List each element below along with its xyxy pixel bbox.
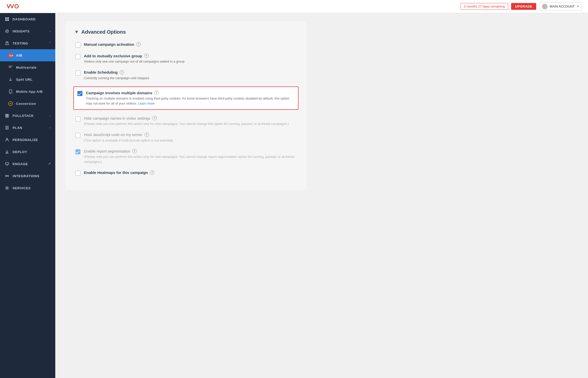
option-desc-report-segmentation: (Please note you can perform this action… (84, 154, 297, 164)
ab-icon: A/B (8, 53, 13, 58)
sidebar-item-multivariate[interactable]: Multivariate (0, 61, 55, 73)
sidebar-item-deploy[interactable]: DEPLOY (0, 146, 55, 158)
svg-rect-10 (11, 66, 12, 67)
sidebar-item-label: TESTING (13, 41, 28, 45)
checkbox-multiple-domains[interactable] (77, 91, 82, 96)
option-label-report-segmentation: Enable report segmentation (84, 149, 130, 153)
account-button[interactable]: MAIN ACCOUNT ▼ (539, 2, 582, 11)
sidebar-item-label: ENGAGE (13, 162, 28, 166)
sidebar-item-label: Multivariate (16, 66, 37, 69)
sidebar-item-label: SERVICES (13, 186, 31, 190)
upgrade-button[interactable]: UPGRADE (511, 3, 536, 10)
topbar: 3 months 27 days remaining UPGRADE MAIN … (0, 0, 588, 13)
chevron-right-icon: › (50, 114, 51, 117)
option-label-host-js: Host JavaScript code on my server (84, 132, 142, 137)
sidebar-item-services[interactable]: SERVICES (0, 182, 55, 194)
checkbox-scheduling[interactable] (75, 71, 80, 76)
advanced-options-card: ▼ Advanced Options Manual campaign activ… (65, 21, 307, 190)
option-label-manual-activation: Manual campaign activation (84, 42, 134, 46)
svg-rect-18 (5, 117, 9, 117)
sidebar-item-label: PERSONALIZE (13, 138, 38, 142)
help-icon-mutually-exclusive[interactable]: ? (144, 54, 149, 58)
sidebar-item-insights[interactable]: INSIGHTS › (0, 25, 55, 37)
svg-point-0 (15, 5, 18, 8)
card-title: Advanced Options (81, 29, 126, 35)
svg-rect-1 (5, 17, 7, 19)
insights-icon (5, 29, 10, 34)
checkbox-report-segmentation[interactable] (75, 149, 80, 154)
fullstack-icon (5, 113, 10, 118)
layout: DASHBOARD INSIGHTS › TESTING ˅ (0, 13, 588, 378)
svg-rect-17 (5, 115, 9, 116)
testing-icon (5, 41, 10, 46)
sidebar-item-label: DASHBOARD (13, 17, 36, 21)
sidebar-item-fullstack[interactable]: FULLSTACK › (0, 110, 55, 122)
option-row-scheduling: Enable Scheduling ? Currently running th… (74, 70, 298, 81)
sidebar-item-label: FULLSTACK (13, 114, 34, 118)
option-label-heatmaps: Enable Heatmaps for this campaign (84, 170, 148, 175)
option-row-report-segmentation: Enable report segmentation ? (Please not… (74, 149, 298, 164)
sidebar-item-label: Split URL (16, 78, 33, 81)
option-label-scheduling: Enable Scheduling (84, 70, 118, 74)
sidebar-item-label: A/B (16, 54, 22, 57)
trial-badge: 3 months 27 days remaining (461, 3, 508, 10)
sidebar-item-plan[interactable]: PLAN › (0, 122, 55, 134)
checkbox-mutually-exclusive[interactable] (75, 54, 80, 59)
option-desc-scheduling: Currently running the campaign until sto… (84, 76, 297, 81)
svg-rect-3 (5, 19, 7, 21)
option-row-host-js: Host JavaScript code on my server ? (Thi… (74, 132, 298, 143)
help-icon-multiple-domains[interactable]: ? (154, 90, 159, 95)
sidebar-item-mobileapp[interactable]: Mobile App A/B (0, 85, 55, 98)
sidebar: DASHBOARD INSIGHTS › TESTING ˅ (0, 13, 55, 378)
help-icon-heatmaps[interactable]: ? (150, 170, 154, 175)
option-row-manual-activation: Manual campaign activation ? (74, 42, 298, 48)
sidebar-item-spliturl[interactable]: Split URL (0, 73, 55, 85)
sidebar-item-personalize[interactable]: PERSONALIZE (0, 134, 55, 146)
vwo-logo (6, 3, 20, 10)
help-icon-hide-campaign-names[interactable]: ? (152, 116, 157, 120)
mobileapp-icon (8, 89, 13, 94)
svg-rect-2 (7, 17, 9, 19)
option-row-multiple-domains: Campaign involves multiple domains ? Tra… (73, 86, 299, 110)
svg-rect-16 (5, 114, 9, 115)
sidebar-item-label: Mobile App A/B (16, 90, 43, 93)
sidebar-item-integrations[interactable]: INTEGRATIONS (0, 170, 55, 182)
svg-point-22 (6, 187, 8, 189)
checkbox-manual-activation[interactable] (75, 42, 80, 48)
svg-point-19 (6, 138, 8, 140)
sidebar-item-label: INSIGHTS (13, 29, 30, 33)
chevron-right-icon: › (50, 126, 51, 129)
conversion-icon (8, 101, 13, 106)
checkbox-heatmaps[interactable] (75, 171, 80, 176)
collapse-arrow-icon[interactable]: ▼ (74, 29, 79, 35)
sidebar-item-ab[interactable]: A/B A/B (0, 49, 55, 61)
help-icon-manual-activation[interactable]: ? (136, 42, 141, 46)
svg-rect-12 (10, 67, 11, 68)
help-icon-report-segmentation[interactable]: ? (132, 149, 137, 153)
option-row-heatmaps: Enable Heatmaps for this campaign ? (74, 170, 298, 176)
svg-text:A/B: A/B (9, 55, 13, 57)
topbar-left (6, 3, 20, 10)
external-link-icon: ↗ (48, 162, 51, 166)
checkbox-host-js[interactable] (75, 133, 80, 138)
option-label-hide-campaign-names: Hide campaign names in visitor settings (84, 116, 150, 120)
dashboard-icon (5, 17, 10, 22)
sidebar-item-testing[interactable]: TESTING ˅ (0, 37, 55, 49)
personalize-icon (5, 137, 10, 142)
sidebar-item-conversion[interactable]: Conversion (0, 98, 55, 110)
svg-point-20 (6, 175, 7, 177)
help-icon-host-js[interactable]: ? (144, 132, 149, 137)
avatar (542, 4, 548, 9)
option-label-mutually-exclusive: Add to mutually exclusive group (84, 54, 142, 58)
sidebar-item-dashboard[interactable]: DASHBOARD (0, 13, 55, 25)
help-icon-scheduling[interactable]: ? (120, 70, 124, 75)
svg-rect-8 (9, 66, 10, 67)
deploy-icon (5, 149, 10, 154)
engage-icon (5, 161, 10, 166)
checkbox-hide-campaign-names[interactable] (75, 116, 80, 121)
sidebar-item-engage[interactable]: ENGAGE ↗ (0, 158, 55, 170)
multivariate-icon (8, 65, 13, 70)
sidebar-item-label: Conversion (16, 102, 36, 106)
learn-more-link[interactable]: Learn more (138, 102, 155, 105)
option-desc-multiple-domains: Tracking on multiple domains is enabled … (86, 96, 295, 106)
